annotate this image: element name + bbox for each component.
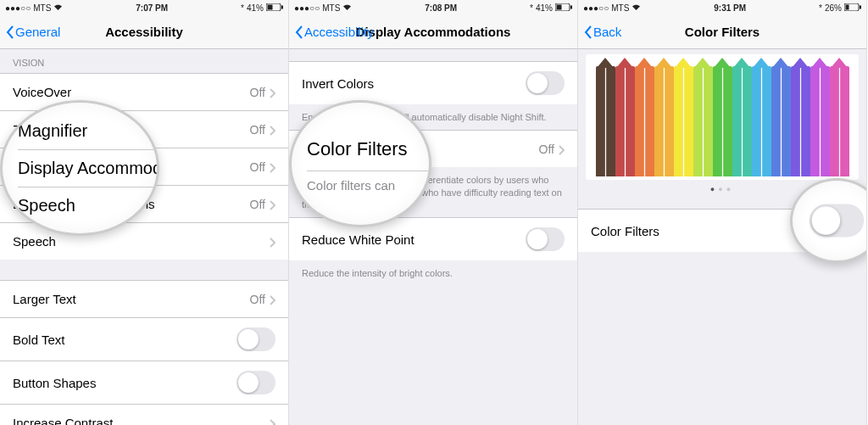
chevron-left-icon [294, 25, 304, 40]
battery-icon [266, 3, 283, 13]
row-reduce-white-point[interactable]: Reduce White Point [289, 217, 577, 260]
pencil-icon [830, 66, 849, 176]
bluetooth-icon: * [530, 3, 533, 13]
row-value: Off [250, 160, 265, 174]
row-label: Bold Text [13, 333, 64, 347]
signal-dots-icon: ●●●○○ [5, 3, 31, 13]
row-invert-colors[interactable]: Invert Colors [289, 61, 577, 104]
row-voiceover[interactable]: VoiceOver Off [0, 73, 288, 110]
nav-back-label: General [15, 25, 60, 39]
pencil-icon [771, 66, 791, 176]
nav-bar: General Accessibility [0, 15, 288, 49]
status-bar: ●●●○○ MTS 9:31 PM * 26% [578, 0, 866, 15]
row-value: Off [539, 143, 554, 156]
lens-row-footer: Color filters can [307, 171, 429, 199]
bluetooth-icon: * [241, 3, 244, 13]
footer-white-point: Reduce the intensity of bright colors. [289, 260, 577, 286]
row-bold-text[interactable]: Bold Text [0, 317, 288, 361]
battery-icon [844, 3, 861, 13]
row-label: VoiceOver [13, 85, 71, 99]
carrier-label: MTS [611, 3, 629, 13]
bluetooth-icon: * [819, 3, 822, 13]
lens-switch-icon [810, 204, 864, 237]
row-value: Off [250, 86, 265, 99]
battery-pct: 26% [825, 3, 842, 13]
chevron-right-icon [558, 144, 565, 154]
row-increase-contrast[interactable]: Increase Contrast [0, 404, 288, 425]
chevron-left-icon [583, 25, 593, 40]
row-button-shapes[interactable]: Button Shapes [0, 361, 288, 404]
svg-rect-7 [860, 5, 861, 8]
nav-back-button[interactable]: General [5, 15, 60, 48]
switch-reduce-white-point[interactable] [526, 227, 565, 251]
row-larger-text[interactable]: Larger Text Off [0, 280, 288, 317]
battery-pct: 41% [247, 3, 264, 13]
carrier-label: MTS [33, 3, 51, 13]
status-bar: ●●●○○ MTS 7:07 PM * 41% [0, 0, 288, 15]
chevron-right-icon [269, 294, 275, 305]
row-label: Reduce White Point [302, 232, 415, 247]
wifi-icon [632, 3, 641, 13]
pencil-icon [752, 66, 771, 176]
lens-row-color-filters: Color Filters [307, 128, 429, 171]
svg-rect-2 [268, 4, 273, 9]
chevron-right-icon [269, 418, 275, 426]
clock: 7:08 PM [425, 3, 457, 13]
row-label: Larger Text [13, 292, 76, 306]
signal-dots-icon: ●●●○○ [583, 3, 609, 13]
pencil-icon [596, 66, 615, 176]
screen-accessibility: ●●●○○ MTS 7:07 PM * 41% General Accessib… [0, 0, 289, 425]
svg-rect-5 [557, 4, 562, 9]
nav-back-label: Accessibility [304, 25, 374, 39]
wifi-icon [53, 3, 63, 13]
svg-rect-1 [281, 5, 283, 8]
chevron-right-icon [269, 125, 275, 135]
row-value: Off [250, 198, 265, 211]
row-value: Off [250, 123, 265, 137]
nav-bar: Back Color Filters [578, 15, 866, 49]
clock: 9:31 PM [714, 3, 746, 13]
chevron-right-icon [269, 237, 275, 247]
pencil-icon [713, 66, 732, 176]
callout-lens: Magnifier Display Accommodations Speech [0, 100, 159, 236]
row-value: Off [250, 293, 265, 306]
screen-display-accommodations: ●●●○○ MTS 7:08 PM * 41% Accessibility Di… [289, 0, 578, 425]
pencil-icon [635, 66, 654, 176]
switch-bold-text[interactable] [236, 327, 275, 351]
clock: 7:07 PM [136, 3, 168, 13]
row-label: Increase Contrast [13, 416, 113, 425]
switch-button-shapes[interactable] [236, 371, 275, 394]
wifi-icon [342, 3, 352, 13]
row-label: Invert Colors [302, 76, 374, 91]
pencil-icon [693, 66, 713, 176]
chevron-right-icon [269, 87, 275, 98]
pencil-icon [810, 66, 830, 176]
signal-dots-icon: ●●●○○ [294, 3, 320, 13]
pencil-icon [674, 66, 693, 176]
row-label: Button Shapes [13, 376, 96, 390]
nav-bar: Accessibility Display Accommodations [289, 15, 577, 49]
svg-rect-4 [570, 5, 572, 8]
pencil-icon [615, 66, 635, 176]
carrier-label: MTS [322, 3, 340, 13]
status-bar: ●●●○○ MTS 7:08 PM * 41% [289, 0, 577, 15]
row-label: Color Filters [591, 224, 659, 238]
switch-invert-colors[interactable] [526, 71, 565, 95]
nav-back-button[interactable]: Accessibility [294, 15, 374, 48]
nav-back-button[interactable]: Back [583, 15, 621, 48]
svg-rect-8 [846, 4, 849, 9]
callout-lens: Color Filters Color filters can [289, 100, 431, 227]
battery-pct: 41% [536, 3, 553, 13]
screen-color-filters: ●●●○○ MTS 9:31 PM * 26% Back Color Filte… [578, 0, 867, 425]
pencil-icon [732, 66, 752, 176]
chevron-right-icon [269, 199, 275, 210]
section-header-vision: VISION [0, 49, 288, 73]
chevron-right-icon [269, 162, 275, 172]
pencil-icon [654, 66, 674, 176]
nav-back-label: Back [593, 25, 621, 39]
battery-icon [555, 3, 572, 13]
pencils-preview-image[interactable] [586, 54, 859, 180]
chevron-left-icon [5, 25, 15, 40]
pencil-icon [791, 66, 810, 176]
row-label: Speech [13, 234, 56, 249]
